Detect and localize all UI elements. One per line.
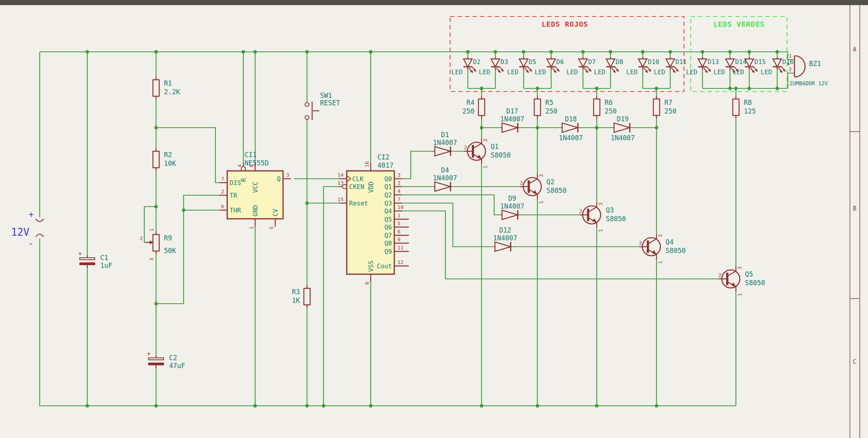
diode-D17[interactable]: D171N4007 (500, 107, 524, 132)
pin-number: 3 (397, 172, 401, 178)
pin-number: 4 (397, 188, 401, 194)
resistor-R5[interactable]: R5250 (534, 96, 557, 119)
resistor-R8[interactable]: R8125 (733, 96, 756, 119)
transistor-Q2[interactable]: 231Q2S8050 (520, 174, 566, 204)
led-ref: D6 (556, 58, 564, 66)
junction-dot (728, 50, 732, 54)
led-D5[interactable]: D5LED (507, 52, 536, 88)
wire[interactable] (402, 151, 434, 179)
ic-CI2[interactable]: CI2401714CLK13CKEN15Reset3Q02Q14Q27Q310Q… (337, 153, 409, 285)
led-D6[interactable]: D6LED (535, 52, 564, 88)
diode-D9[interactable]: D91N4007 (500, 194, 524, 220)
led-ref: D2 (473, 58, 480, 66)
transistor-ref: Q5 (745, 270, 753, 278)
component-shape (495, 242, 511, 251)
pin-number: 2 (140, 235, 143, 241)
pin-name: R (240, 178, 247, 182)
led-D11[interactable]: D11LED (654, 52, 687, 88)
component-shape (794, 56, 805, 77)
led-value: LED (451, 68, 463, 76)
component-shape (305, 103, 309, 106)
capacitor-C1[interactable]: +C11uF (78, 250, 112, 269)
led-ref: D7 (588, 58, 596, 66)
junction-dot (536, 404, 539, 408)
transistor-Q3[interactable]: 231Q3S8050 (579, 202, 626, 232)
resistor-value: 250 (664, 107, 677, 115)
led-D3[interactable]: D3LED (479, 52, 508, 88)
junction-dot (154, 50, 158, 54)
diode-D12[interactable]: D121N4007 (493, 226, 517, 251)
led-D7[interactable]: D7LED (566, 52, 596, 88)
diode-value: 1N4007 (559, 134, 583, 142)
resistor-R9[interactable]: R950K213 (140, 228, 176, 261)
led-value: LED (535, 68, 546, 76)
component-shape (547, 59, 555, 67)
led-ref: D5 (529, 58, 536, 66)
junction-dot (536, 126, 539, 130)
diode-D1[interactable]: D11N4007 (433, 131, 457, 156)
component-shape (638, 59, 647, 67)
wire[interactable] (324, 187, 342, 406)
switch-value: RESET (320, 99, 340, 107)
ic-ref: CI1 (245, 151, 257, 159)
led-ref: D8 (616, 58, 623, 66)
pin-number: 3 (482, 139, 488, 142)
resistor-R4[interactable]: R4250 (462, 96, 485, 119)
resistor-R2[interactable]: R210K (153, 148, 176, 171)
frame-row-label: C (853, 358, 856, 365)
supply-minus: - (28, 238, 34, 249)
pin-number: 11 (397, 245, 404, 251)
pin-name: Q4 (384, 207, 392, 215)
pin-number: 12 (397, 259, 404, 265)
capacitor-C2[interactable]: +C247uF (147, 350, 185, 370)
pin-number: 3 (598, 202, 603, 205)
resistor-R7[interactable]: R7250 (653, 96, 677, 119)
supply-label: 12V (11, 226, 29, 238)
pin-name: Q2 (384, 191, 392, 199)
junction-dot (322, 404, 326, 408)
led-D2[interactable]: D2LED (451, 52, 480, 88)
junction-dot (154, 302, 158, 306)
battery-12v[interactable]: 12V+- (11, 209, 44, 249)
junction-dot (550, 50, 553, 54)
component-shape (473, 143, 482, 148)
diode-D4[interactable]: D41N4007 (433, 166, 457, 191)
diode-D18[interactable]: D181N4007 (559, 115, 583, 142)
component-shape (36, 234, 44, 237)
resistor-value: 50K (164, 247, 176, 255)
pin-name: Q8 (384, 240, 392, 247)
resistor-R6[interactable]: R6250 (594, 96, 617, 119)
pin-name: DIS (230, 179, 241, 187)
pin-number: 2 (221, 189, 224, 194)
ic-CI1[interactable]: CI1NE555D7DIS2TR6THR3Q4R8VCC1GND5CV (219, 151, 291, 229)
pin-name: Q0 (384, 175, 392, 183)
junction-dot (154, 205, 158, 209)
led-value: LED (594, 68, 605, 76)
transistor-Q5[interactable]: 231Q5S8050 (718, 266, 765, 296)
wire[interactable] (402, 195, 501, 215)
resistor-R3[interactable]: R31K (292, 285, 310, 308)
led-ref: D15 (754, 58, 766, 66)
schematic-canvas[interactable]: LEDS ROJOSLEDS VERDESR12.2KR210KR31KR425… (0, 0, 868, 438)
pin-number: 9 (397, 236, 401, 242)
component-shape (153, 80, 159, 96)
cap-polarity: + (78, 250, 82, 257)
transistor-ref: Q2 (546, 178, 554, 186)
junction-dot (182, 209, 186, 212)
pin-number: 5 (268, 226, 274, 229)
pin-number: 1 (149, 228, 154, 231)
switch-SW1[interactable]: SW1RESET (305, 92, 340, 120)
led-D8[interactable]: D8LED (594, 52, 623, 88)
diode-value: 1N4007 (433, 139, 457, 147)
resistor-ref: R5 (545, 99, 553, 106)
resistor-R1[interactable]: R12.2K (153, 77, 180, 99)
wire[interactable] (402, 203, 494, 247)
emitter-arrow (533, 190, 537, 194)
diode-ref: D12 (499, 226, 511, 234)
junction-dot (728, 87, 732, 90)
transistor-Q4[interactable]: 231Q4S8050 (639, 234, 686, 264)
diode-D19[interactable]: D191N4007 (611, 115, 634, 142)
component-shape (80, 258, 95, 260)
component-shape (726, 59, 734, 67)
transistor-Q1[interactable]: 231Q1S8050 (464, 139, 511, 169)
